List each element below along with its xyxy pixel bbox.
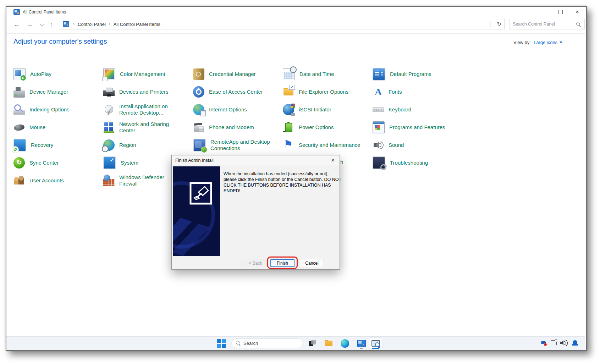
cp-item-keyboard[interactable]: Keyboard xyxy=(373,101,460,118)
search-input[interactable] xyxy=(510,22,576,27)
cp-item-autoplay[interactable]: AutoPlay xyxy=(13,65,101,83)
cp-item-troubleshooting[interactable]: Troubleshooting xyxy=(373,154,460,172)
cp-item-color-management[interactable]: Color Management xyxy=(103,65,191,83)
breadcrumb-control-panel[interactable]: Control Panel xyxy=(78,22,106,27)
inetopt-icon xyxy=(193,104,204,115)
datetime-icon xyxy=(283,68,295,80)
cp-item-label: RemoteApp and Desktop Connections xyxy=(210,139,274,152)
search-icon xyxy=(576,22,581,27)
breadcrumb-all-items[interactable]: All Control Panel Items xyxy=(114,22,160,27)
search-box[interactable] xyxy=(510,19,585,29)
edge-browser-icon[interactable] xyxy=(340,338,350,348)
file-explorer-icon[interactable] xyxy=(324,338,334,348)
close-button[interactable] xyxy=(570,7,584,17)
cp-item-label: Default Programs xyxy=(390,71,431,77)
firewall-icon xyxy=(103,175,115,186)
cp-item-iscsi-initiator[interactable]: iSCSI Initiator xyxy=(283,101,370,118)
up-icon[interactable]: ↑ xyxy=(46,20,56,30)
cp-item-programs-and-features[interactable]: Programs and Features xyxy=(373,118,460,136)
cp-item-security-and-maintenance[interactable]: Security and Maintenance xyxy=(283,136,370,154)
back-button[interactable]: < Back xyxy=(242,259,269,267)
taskbar-search[interactable]: Search xyxy=(231,338,303,348)
dialog-message: When the installation has ended (success… xyxy=(224,171,343,194)
cp-item-default-programs[interactable]: Default Programs xyxy=(373,65,460,83)
progfeat-icon xyxy=(373,121,385,133)
cp-item-recovery[interactable]: Recovery xyxy=(13,136,101,154)
minimize-button[interactable] xyxy=(537,7,551,17)
display-network-icon[interactable] xyxy=(550,340,558,347)
installshield-arrow-logo-icon xyxy=(189,182,212,205)
installer-window-app-icon[interactable] xyxy=(370,338,380,348)
cp-item-install-application-on-remote-desktop[interactable]: Install Application on Remote Desktop... xyxy=(103,101,191,118)
cancel-button[interactable]: Cancel xyxy=(300,259,324,267)
refresh-icon[interactable]: ↻ xyxy=(497,21,501,27)
view-by-label: View by: xyxy=(513,40,531,45)
indexing-icon xyxy=(13,104,25,115)
page-title: Adjust your computer's settings xyxy=(13,38,107,45)
dialog-titlebar[interactable]: Finish Admin Install × xyxy=(172,155,340,165)
taskbar: Search xyxy=(6,336,585,350)
recent-locations-icon[interactable] xyxy=(37,20,47,30)
cp-item-label: Mouse xyxy=(29,124,45,131)
cp-item-power-options[interactable]: Power Options xyxy=(283,118,370,136)
cp-item-label: Devices and Printers xyxy=(119,89,168,95)
cp-item-network-and-sharing-center[interactable]: Network and Sharing Center xyxy=(103,118,191,136)
credman-icon xyxy=(193,68,204,80)
volume-icon[interactable] xyxy=(560,340,568,347)
cp-item-label: Network and Sharing Center xyxy=(119,121,182,134)
cp-item-devices-and-printers[interactable]: Devices and Printers xyxy=(103,83,191,101)
cp-item-label: Sound xyxy=(389,142,404,148)
cp-item-device-manager[interactable]: Device Manager xyxy=(13,83,101,101)
forward-arrow-icon[interactable]: → xyxy=(25,20,35,30)
cp-item-file-explorer-options[interactable]: File Explorer Options xyxy=(283,83,370,101)
mouse-icon xyxy=(13,122,25,133)
cp-item-mouse[interactable]: Mouse xyxy=(13,118,101,136)
cp-item-label: Credential Manager xyxy=(209,71,256,77)
cp-item-credential-manager[interactable]: Credential Manager xyxy=(193,65,280,83)
cp-item-indexing-options[interactable]: Indexing Options xyxy=(13,101,101,118)
cp-item-region[interactable]: Region xyxy=(103,136,191,154)
keyboard-icon xyxy=(373,104,384,115)
sync-icon xyxy=(13,157,25,169)
start-button-icon[interactable] xyxy=(217,339,226,348)
dialog-close-icon[interactable]: × xyxy=(327,155,338,165)
finish-button[interactable]: Finish xyxy=(270,259,295,267)
cp-item-sound[interactable]: Sound xyxy=(373,136,460,154)
cp-item-label: Recovery xyxy=(31,142,53,148)
control-panel-app-icon[interactable] xyxy=(356,338,366,348)
cp-item-label: Troubleshooting xyxy=(390,160,428,166)
cp-item-internet-options[interactable]: Internet Options xyxy=(193,101,280,118)
netshare-icon xyxy=(103,122,115,133)
hardware-device-icon[interactable] xyxy=(540,340,548,347)
cp-item-label: User Accounts xyxy=(29,177,64,184)
cp-item-fonts[interactable]: Fonts xyxy=(373,83,460,101)
address-dropdown-icon[interactable] xyxy=(490,22,490,27)
dialog-separator xyxy=(172,256,340,256)
navbar-divider xyxy=(6,33,585,34)
back-arrow-icon[interactable]: ← xyxy=(12,20,22,30)
cp-item-label: Power Options xyxy=(299,124,334,131)
cp-item-label: Install Application on Remote Desktop... xyxy=(119,103,182,116)
cp-item-sync-center[interactable]: Sync Center xyxy=(13,154,101,172)
cp-item-ease-of-access-center[interactable]: Ease of Access Center xyxy=(193,83,280,101)
power-icon xyxy=(283,122,294,133)
maximize-button[interactable] xyxy=(554,7,568,17)
stacked-windows-app-icon xyxy=(308,339,317,348)
cp-item-phone-and-modem[interactable]: Phone and Modem xyxy=(193,118,280,136)
view-by-dropdown[interactable]: Large icons xyxy=(534,40,562,45)
address-bar[interactable]: › Control Panel › All Control Panel Item… xyxy=(59,19,505,29)
cp-item-label: Programs and Features xyxy=(389,124,445,131)
secmaint-icon xyxy=(283,139,294,151)
cp-item-label: AutoPlay xyxy=(30,71,51,77)
cp-item-remoteapp-and-desktop-connections[interactable]: RemoteApp and Desktop Connections xyxy=(193,136,280,154)
cp-item-date-and-time[interactable]: Date and Time xyxy=(283,65,370,83)
fileexp-icon xyxy=(283,86,294,98)
cp-item-user-accounts[interactable]: User Accounts xyxy=(13,172,101,189)
cp-item-label: File Explorer Options xyxy=(299,89,348,95)
window-title: All Control Panel Items xyxy=(23,10,66,15)
stacked-windows-app-icon[interactable] xyxy=(307,338,317,348)
search-icon xyxy=(236,341,241,346)
notifications-bell-icon[interactable] xyxy=(572,340,579,347)
sound-icon xyxy=(373,139,384,151)
cp-item-label: Date and Time xyxy=(299,71,334,77)
